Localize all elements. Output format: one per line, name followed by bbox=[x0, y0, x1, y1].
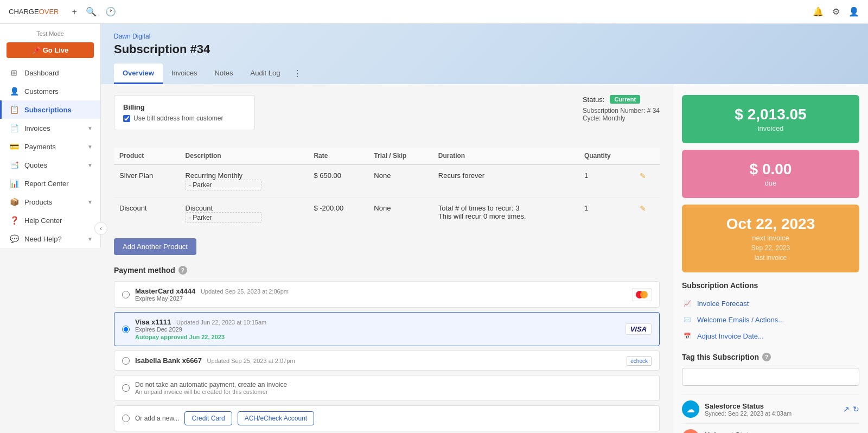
ach-button[interactable]: ACH/eCheck Account bbox=[238, 411, 314, 425]
tag-help-icon[interactable]: ? bbox=[762, 353, 771, 361]
row1-desc-field[interactable]: · Parker bbox=[186, 180, 261, 190]
row2-desc-field[interactable]: · Parker bbox=[186, 212, 261, 223]
sidebar-item-label: Customers bbox=[24, 87, 59, 95]
payment-method-label: Payment method bbox=[114, 266, 175, 275]
col-product: Product bbox=[114, 148, 180, 164]
help-center-icon: ❓ bbox=[9, 216, 19, 225]
tab-audit-log[interactable]: Audit Log bbox=[242, 63, 289, 84]
content-body: Billing Use bill address from customer S… bbox=[101, 84, 868, 433]
sidebar-item-help-center[interactable]: ❓ Help Center bbox=[0, 211, 100, 230]
tab-overview[interactable]: Overview bbox=[114, 63, 163, 84]
payment-option-visa[interactable]: Visa x1111 Updated Jun 22, 2023 at 10:15… bbox=[114, 312, 660, 346]
sidebar-item-need-help[interactable]: 💬 Need Help? ▼ bbox=[0, 230, 100, 248]
mastercard-info: MasterCard x4444 Updated Sep 25, 2023 at… bbox=[135, 287, 627, 302]
hubspot-info: Hubspot Status Synced: never bbox=[705, 431, 847, 434]
tag-input[interactable] bbox=[682, 368, 859, 386]
top-nav: CHARGEOVER + 🔍 🕐 🔔 ⚙ 👤 bbox=[0, 0, 868, 24]
row2-duration-line1: Total # of times to recur: 3 bbox=[438, 204, 573, 212]
row1-edit[interactable]: ✎ bbox=[634, 164, 660, 198]
svg-point-2 bbox=[640, 291, 648, 298]
edit-icon[interactable]: ✎ bbox=[640, 204, 646, 213]
col-duration: Duration bbox=[433, 148, 579, 164]
tab-notes[interactable]: Notes bbox=[206, 63, 242, 84]
sidebar-item-quotes[interactable]: 📑 Quotes ▼ bbox=[0, 156, 100, 174]
settings-button[interactable]: ⚙ bbox=[832, 7, 840, 17]
subscription-actions: Subscription Actions 📈 Invoice Forecast … bbox=[682, 281, 859, 344]
page-title: Subscription #34 bbox=[114, 42, 855, 56]
top-section: Billing Use bill address from customer S… bbox=[114, 95, 660, 139]
mastercard-radio[interactable] bbox=[122, 291, 130, 298]
sidebar-item-subscriptions[interactable]: 📋 Subscriptions bbox=[0, 100, 100, 119]
add-another-product-button[interactable]: Add Another Product bbox=[114, 238, 196, 255]
salesforce-refresh[interactable]: ↻ bbox=[853, 405, 859, 413]
add-new-radio[interactable] bbox=[122, 415, 130, 422]
search-button[interactable]: 🔍 bbox=[86, 7, 97, 17]
adjust-invoice-link[interactable]: Adjust Invoice Date... bbox=[697, 332, 764, 340]
salesforce-info: Salesforce Status Synced: Sep 22, 2023 a… bbox=[705, 402, 838, 417]
content-sidebar: $ 2,013.05 invoiced $ 0.00 due Oct 22, 2… bbox=[673, 84, 868, 433]
invoice-forecast-link[interactable]: Invoice Forecast bbox=[697, 300, 749, 308]
invoiced-card: $ 2,013.05 invoiced bbox=[682, 95, 859, 143]
subscriptions-icon: 📋 bbox=[9, 105, 19, 114]
payment-option-mastercard[interactable]: MasterCard x4444 Updated Sep 25, 2023 at… bbox=[114, 281, 660, 308]
sidebar-item-dashboard[interactable]: ⊞ Dashboard bbox=[0, 63, 100, 82]
add-button[interactable]: + bbox=[72, 7, 76, 17]
invoices-icon: 📄 bbox=[9, 124, 19, 132]
welcome-emails-link[interactable]: Welcome Emails / Actions... bbox=[697, 316, 784, 324]
sidebar-wrapper: Test Mode 📌 Go Live ⊞ Dashboard 👤 Custom… bbox=[0, 24, 101, 433]
next-invoice-date: Oct 22, 2023 bbox=[693, 215, 848, 233]
report-center-icon: 📊 bbox=[9, 179, 19, 188]
breadcrumb[interactable]: Dawn Digital bbox=[114, 33, 855, 40]
isabella-radio[interactable] bbox=[122, 357, 130, 365]
isabella-name: Isabella Bank x6667 bbox=[135, 356, 202, 365]
credit-card-button[interactable]: Credit Card bbox=[184, 411, 232, 425]
tag-label: Tag this Subscription bbox=[682, 353, 759, 361]
edit-icon[interactable]: ✎ bbox=[640, 171, 646, 180]
action-adjust-invoice[interactable]: 📅 Adjust Invoice Date... bbox=[682, 328, 859, 344]
chevron-down-icon: ▼ bbox=[87, 162, 93, 168]
row1-description: Recurring Monthly · Parker bbox=[180, 164, 309, 198]
sidebar-toggle[interactable]: ‹ bbox=[94, 222, 107, 235]
sidebar-item-report-center[interactable]: 📊 Report Center bbox=[0, 174, 100, 193]
notification-button[interactable]: 🔔 bbox=[813, 7, 824, 17]
next-invoice-sub-sub: last invoice bbox=[693, 254, 848, 262]
payment-option-no-autopay[interactable]: Do not take an automatic payment, create… bbox=[114, 375, 660, 401]
payment-option-isabella[interactable]: Isabella Bank x6667 Updated Sep 25, 2023… bbox=[114, 351, 660, 371]
sidebar-item-label: Products bbox=[24, 198, 52, 206]
no-autopay-radio[interactable] bbox=[122, 384, 130, 392]
sidebar-item-payments[interactable]: 💳 Payments ▼ bbox=[0, 137, 100, 156]
salesforce-external-link[interactable]: ↗ bbox=[843, 405, 850, 413]
sidebar-item-products[interactable]: 📦 Products ▼ bbox=[0, 193, 100, 211]
no-autopay-info: Do not take an automatic payment, create… bbox=[135, 381, 652, 395]
action-welcome-emails[interactable]: ✉️ Welcome Emails / Actions... bbox=[682, 311, 859, 328]
billing-checkbox-input[interactable] bbox=[123, 115, 130, 122]
payment-method-help-icon[interactable]: ? bbox=[178, 266, 187, 275]
row2-edit[interactable]: ✎ bbox=[634, 198, 660, 230]
no-autopay-label: Do not take an automatic payment, create… bbox=[135, 381, 652, 389]
invoiced-amount: $ 2,013.05 bbox=[693, 106, 848, 123]
add-new-row: Or add a new... Credit Card ACH/eCheck A… bbox=[135, 411, 314, 425]
chevron-down-icon: ▼ bbox=[87, 125, 93, 131]
tab-invoices[interactable]: Invoices bbox=[163, 63, 206, 84]
mastercard-svg bbox=[632, 288, 652, 301]
logo: CHARGEOVER bbox=[9, 8, 59, 16]
payments-icon: 💳 bbox=[9, 142, 19, 151]
payment-option-add-new: Or add a new... Credit Card ACH/eCheck A… bbox=[114, 405, 660, 431]
sidebar-item-label: Report Center bbox=[24, 180, 69, 188]
sidebar-item-customers[interactable]: 👤 Customers bbox=[0, 82, 100, 100]
row2-rate: $ -200.00 bbox=[308, 198, 368, 230]
isabella-updated: Updated Sep 25, 2023 at 2:07pm bbox=[207, 358, 295, 364]
visa-radio[interactable] bbox=[122, 326, 130, 333]
row2-desc-text: Discount bbox=[186, 204, 213, 212]
test-mode-label: Test Mode bbox=[0, 28, 100, 39]
user-button[interactable]: 👤 bbox=[848, 7, 859, 17]
hubspot-name: Hubspot Status bbox=[705, 431, 847, 434]
row2-description: Discount · Parker bbox=[180, 198, 309, 230]
billing-checkbox[interactable]: Use bill address from customer bbox=[123, 114, 246, 122]
go-live-button[interactable]: 📌 Go Live bbox=[7, 42, 94, 58]
mastercard-name: MasterCard x4444 bbox=[135, 287, 195, 295]
action-invoice-forecast[interactable]: 📈 Invoice Forecast bbox=[682, 295, 859, 311]
sidebar-item-invoices[interactable]: 📄 Invoices ▼ bbox=[0, 119, 100, 137]
history-button[interactable]: 🕐 bbox=[105, 7, 116, 17]
tab-more-menu[interactable]: ⋮ bbox=[289, 63, 306, 84]
